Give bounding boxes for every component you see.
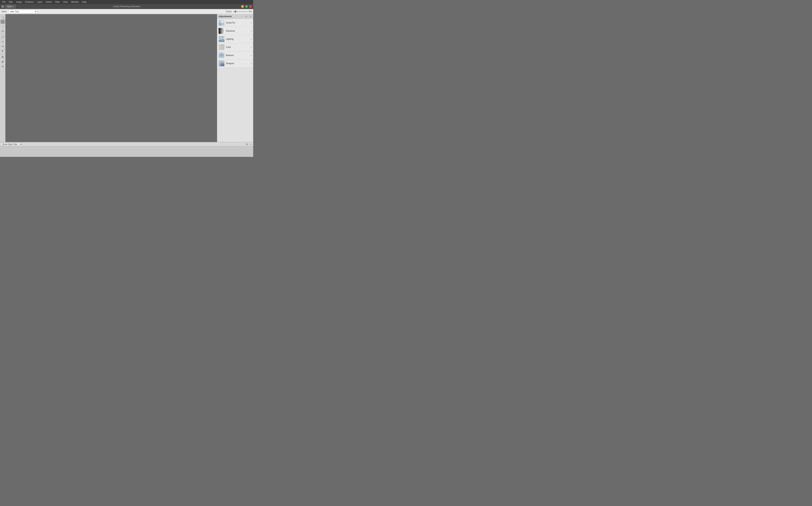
bottom-chevron-icon[interactable]: ▾ — [249, 143, 252, 146]
filmstrip-area — [0, 146, 253, 157]
adjustment-sharpen[interactable]: Sharpen ▾ — [217, 60, 253, 68]
hand-tool[interactable] — [1, 19, 5, 24]
open-label: Open — [7, 5, 12, 8]
menu-filter[interactable]: Filter — [54, 0, 61, 4]
svg-point-17 — [246, 16, 247, 17]
panel-settings-icon[interactable] — [245, 15, 248, 18]
adjustment-lighting[interactable]: Lighting ▾ — [217, 35, 253, 43]
menu-enhance[interactable]: Enhance — [24, 0, 35, 4]
zoom-tool[interactable]: 🔍 — [1, 15, 5, 19]
view-select[interactable]: After Only Before Only Before & After - … — [8, 10, 37, 13]
move-tool[interactable] — [1, 60, 5, 64]
adjustment-color[interactable]: Color ▾ — [217, 43, 253, 51]
svg-point-40 — [221, 53, 222, 54]
menu-file[interactable]: File — [1, 0, 7, 4]
color-icon — [219, 44, 224, 50]
svg-rect-30 — [222, 47, 224, 50]
svg-line-7 — [2, 41, 3, 43]
panel-header-icons: ✕ — [245, 15, 252, 18]
color-label: Color — [226, 46, 249, 49]
zoom-label: Zoom: — [226, 10, 232, 13]
app-icon — [1, 5, 4, 8]
svg-rect-20 — [219, 23, 222, 26]
zoom-slider[interactable] — [233, 11, 247, 12]
show-open-files-select[interactable]: Show Open Files Show All Files Adobe Sto… — [1, 143, 22, 146]
svg-point-1 — [2, 21, 3, 22]
close-button[interactable] — [249, 5, 252, 8]
menu-edit[interactable]: Edit — [7, 0, 14, 4]
menu-image[interactable]: Image — [14, 0, 23, 4]
open-arrow: ▾ — [13, 6, 14, 7]
menu-bar: File Edit Image Enhance Layer Select Fil… — [0, 0, 253, 4]
quick-selection-tool[interactable] — [1, 24, 5, 28]
minimize-button[interactable] — [241, 5, 244, 8]
exposure-label: Exposure — [226, 30, 249, 32]
title-bar-left: Open ▾ — [1, 5, 16, 8]
app-title: Adobe Photoshop Elements — [113, 5, 140, 8]
canvas-area[interactable] — [5, 14, 217, 142]
lighting-icon — [219, 36, 224, 42]
adjustment-exposure[interactable]: Exposure ▾ — [217, 27, 253, 35]
menu-help[interactable]: Help — [80, 0, 88, 4]
svg-point-18 — [245, 15, 247, 17]
svg-point-6 — [3, 36, 4, 37]
smart-fix-expand-icon: ▾ — [251, 22, 252, 24]
svg-rect-9 — [2, 46, 4, 47]
bottom-icons: ⊞ ▾ — [245, 143, 252, 146]
bottom-grid-icon[interactable]: ⊞ — [245, 143, 248, 146]
adjustment-smart-fix[interactable]: Smart Fix ▾ — [217, 19, 253, 27]
view-label: View: — [1, 10, 7, 13]
bottom-bar: Show Open Files Show All Files Adobe Sto… — [0, 142, 253, 146]
menu-view[interactable]: View — [62, 0, 69, 4]
smart-fix-icon — [219, 20, 224, 26]
balance-label: Balance — [226, 54, 249, 57]
adjustments-panel: Adjustments ✕ — [217, 14, 253, 142]
open-button[interactable]: Open ▾ — [5, 5, 16, 8]
title-bar: Open ▾ Adobe Photoshop Elements — [0, 4, 253, 9]
svg-rect-31 — [222, 44, 224, 47]
svg-rect-29 — [219, 44, 222, 47]
menu-select[interactable]: Select — [44, 0, 53, 4]
zoom-value: 1% — [249, 10, 252, 13]
menu-layer[interactable]: Layer — [35, 0, 44, 4]
maximize-button[interactable] — [245, 5, 248, 8]
window-controls — [241, 5, 252, 8]
pencil-tool[interactable] — [1, 39, 5, 44]
sharpen-label: Sharpen — [226, 62, 249, 65]
sharpen-expand-icon: ▾ — [251, 63, 252, 65]
zoom-area: Zoom: 1% — [226, 10, 252, 13]
main-area: 🔍 — [0, 14, 253, 142]
left-toolbar: 🔍 — [0, 14, 5, 142]
menu-window[interactable]: Window — [70, 0, 80, 4]
red-eye-tool[interactable] — [1, 29, 5, 33]
svg-marker-14 — [2, 61, 4, 63]
panel-title: Adjustments — [219, 15, 232, 18]
adjustment-balance[interactable]: Balance ▾ — [217, 51, 253, 60]
zoom-thumb — [234, 11, 236, 12]
healing-brush-tool[interactable] — [1, 35, 5, 39]
panel-header: Adjustments ✕ — [217, 14, 253, 19]
balance-expand-icon: ▾ — [251, 55, 252, 56]
crop-tool[interactable] — [1, 55, 5, 59]
svg-point-2 — [2, 25, 4, 27]
color-expand-icon: ▾ — [251, 46, 252, 48]
add-tool[interactable] — [1, 64, 5, 69]
text-tool[interactable]: T — [1, 49, 5, 53]
balance-icon — [219, 53, 224, 58]
sharpen-icon — [219, 61, 224, 66]
exposure-expand-icon: ▾ — [251, 30, 252, 32]
svg-point-4 — [2, 31, 3, 31]
lighting-expand-icon: ▾ — [251, 38, 252, 40]
lighting-label: Lighting — [226, 38, 249, 40]
options-bar: View: After Only Before Only Before & Af… — [0, 9, 253, 14]
tool-divider-2 — [1, 54, 5, 54]
svg-line-5 — [2, 36, 3, 38]
exposure-icon — [219, 28, 224, 34]
panel-close-icon[interactable]: ✕ — [249, 15, 252, 18]
color-swatch-tool[interactable] — [1, 44, 5, 49]
smart-fix-label: Smart Fix — [226, 21, 249, 24]
